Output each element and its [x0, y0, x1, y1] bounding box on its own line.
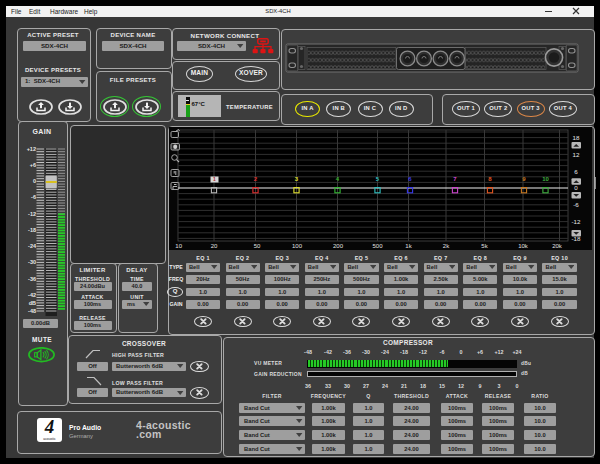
svg-text:5k: 5k	[481, 243, 488, 249]
svg-text:500: 500	[372, 243, 383, 249]
svg-text:10: 10	[542, 176, 549, 182]
svg-text:100: 100	[292, 243, 303, 249]
svg-text:50: 50	[254, 243, 261, 249]
svg-text:12: 12	[573, 151, 580, 158]
svg-text:2k: 2k	[443, 243, 450, 249]
svg-text:1: 1	[213, 176, 216, 182]
svg-text:10: 10	[175, 243, 182, 249]
svg-text:-12: -12	[572, 218, 582, 225]
svg-text:6: 6	[574, 168, 578, 175]
svg-text:20: 20	[211, 243, 218, 249]
svg-text:1k: 1k	[405, 243, 412, 249]
svg-text:10k: 10k	[518, 243, 529, 249]
svg-text:18: 18	[573, 134, 580, 141]
svg-text:20k: 20k	[552, 243, 563, 249]
svg-text:0: 0	[574, 184, 578, 191]
svg-text:200: 200	[333, 243, 344, 249]
svg-text:-6: -6	[573, 201, 579, 208]
